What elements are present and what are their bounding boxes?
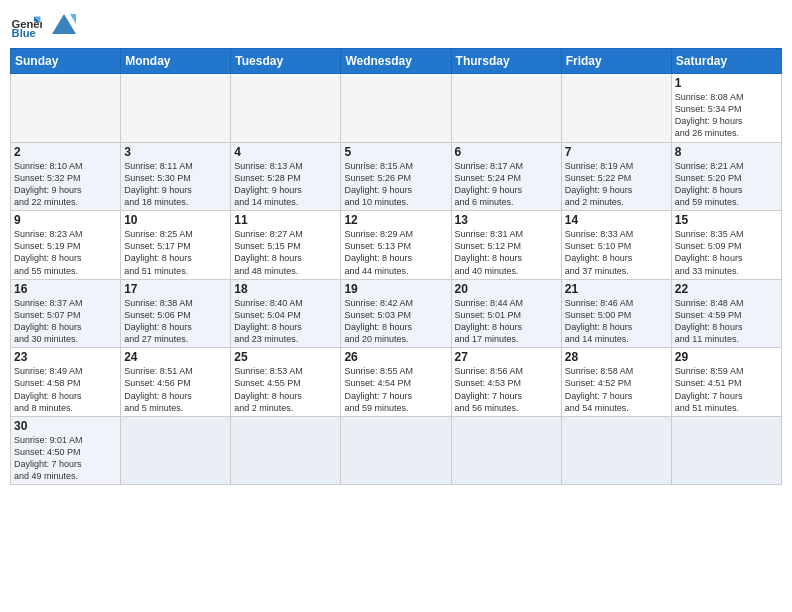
calendar-day-header: Saturday — [671, 49, 781, 74]
day-info: Sunrise: 8:13 AM Sunset: 5:28 PM Dayligh… — [234, 160, 337, 209]
day-number: 1 — [675, 76, 778, 90]
calendar-day-cell: 4Sunrise: 8:13 AM Sunset: 5:28 PM Daylig… — [231, 142, 341, 211]
calendar-day-cell: 7Sunrise: 8:19 AM Sunset: 5:22 PM Daylig… — [561, 142, 671, 211]
calendar-day-cell: 2Sunrise: 8:10 AM Sunset: 5:32 PM Daylig… — [11, 142, 121, 211]
calendar-week-row: 1Sunrise: 8:08 AM Sunset: 5:34 PM Daylig… — [11, 74, 782, 143]
day-number: 9 — [14, 213, 117, 227]
calendar-week-row: 16Sunrise: 8:37 AM Sunset: 5:07 PM Dayli… — [11, 279, 782, 348]
day-number: 22 — [675, 282, 778, 296]
day-info: Sunrise: 8:35 AM Sunset: 5:09 PM Dayligh… — [675, 228, 778, 277]
calendar-day-cell: 16Sunrise: 8:37 AM Sunset: 5:07 PM Dayli… — [11, 279, 121, 348]
calendar-day-cell — [671, 416, 781, 485]
day-info: Sunrise: 8:44 AM Sunset: 5:01 PM Dayligh… — [455, 297, 558, 346]
day-info: Sunrise: 8:48 AM Sunset: 4:59 PM Dayligh… — [675, 297, 778, 346]
day-info: Sunrise: 8:55 AM Sunset: 4:54 PM Dayligh… — [344, 365, 447, 414]
day-number: 11 — [234, 213, 337, 227]
day-number: 17 — [124, 282, 227, 296]
day-number: 4 — [234, 145, 337, 159]
day-info: Sunrise: 8:21 AM Sunset: 5:20 PM Dayligh… — [675, 160, 778, 209]
day-number: 10 — [124, 213, 227, 227]
calendar-day-cell: 15Sunrise: 8:35 AM Sunset: 5:09 PM Dayli… — [671, 211, 781, 280]
day-number: 12 — [344, 213, 447, 227]
calendar-day-cell: 23Sunrise: 8:49 AM Sunset: 4:58 PM Dayli… — [11, 348, 121, 417]
day-number: 16 — [14, 282, 117, 296]
day-number: 3 — [124, 145, 227, 159]
day-info: Sunrise: 8:23 AM Sunset: 5:19 PM Dayligh… — [14, 228, 117, 277]
calendar-day-cell: 19Sunrise: 8:42 AM Sunset: 5:03 PM Dayli… — [341, 279, 451, 348]
day-number: 24 — [124, 350, 227, 364]
day-number: 29 — [675, 350, 778, 364]
day-number: 18 — [234, 282, 337, 296]
day-number: 19 — [344, 282, 447, 296]
calendar-day-cell — [561, 74, 671, 143]
logo-icon: General Blue — [10, 10, 42, 42]
day-info: Sunrise: 8:31 AM Sunset: 5:12 PM Dayligh… — [455, 228, 558, 277]
day-info: Sunrise: 9:01 AM Sunset: 4:50 PM Dayligh… — [14, 434, 117, 483]
day-info: Sunrise: 8:53 AM Sunset: 4:55 PM Dayligh… — [234, 365, 337, 414]
calendar-day-cell: 12Sunrise: 8:29 AM Sunset: 5:13 PM Dayli… — [341, 211, 451, 280]
calendar-day-header: Tuesday — [231, 49, 341, 74]
day-info: Sunrise: 8:11 AM Sunset: 5:30 PM Dayligh… — [124, 160, 227, 209]
calendar-day-cell: 26Sunrise: 8:55 AM Sunset: 4:54 PM Dayli… — [341, 348, 451, 417]
logo: General Blue — [10, 10, 78, 42]
day-info: Sunrise: 8:37 AM Sunset: 5:07 PM Dayligh… — [14, 297, 117, 346]
calendar-day-cell: 10Sunrise: 8:25 AM Sunset: 5:17 PM Dayli… — [121, 211, 231, 280]
calendar-week-row: 9Sunrise: 8:23 AM Sunset: 5:19 PM Daylig… — [11, 211, 782, 280]
calendar-day-header: Friday — [561, 49, 671, 74]
day-number: 26 — [344, 350, 447, 364]
calendar-day-cell: 18Sunrise: 8:40 AM Sunset: 5:04 PM Dayli… — [231, 279, 341, 348]
calendar-day-header: Wednesday — [341, 49, 451, 74]
day-info: Sunrise: 8:49 AM Sunset: 4:58 PM Dayligh… — [14, 365, 117, 414]
calendar-day-header: Sunday — [11, 49, 121, 74]
day-number: 30 — [14, 419, 117, 433]
calendar-day-cell: 28Sunrise: 8:58 AM Sunset: 4:52 PM Dayli… — [561, 348, 671, 417]
calendar-day-cell — [451, 74, 561, 143]
day-info: Sunrise: 8:46 AM Sunset: 5:00 PM Dayligh… — [565, 297, 668, 346]
svg-text:Blue: Blue — [12, 27, 36, 39]
day-number: 27 — [455, 350, 558, 364]
day-number: 23 — [14, 350, 117, 364]
day-info: Sunrise: 8:40 AM Sunset: 5:04 PM Dayligh… — [234, 297, 337, 346]
day-number: 15 — [675, 213, 778, 227]
calendar-day-cell — [231, 74, 341, 143]
calendar-day-cell: 21Sunrise: 8:46 AM Sunset: 5:00 PM Dayli… — [561, 279, 671, 348]
calendar-day-cell: 17Sunrise: 8:38 AM Sunset: 5:06 PM Dayli… — [121, 279, 231, 348]
day-number: 2 — [14, 145, 117, 159]
day-info: Sunrise: 8:56 AM Sunset: 4:53 PM Dayligh… — [455, 365, 558, 414]
calendar-day-cell: 6Sunrise: 8:17 AM Sunset: 5:24 PM Daylig… — [451, 142, 561, 211]
day-info: Sunrise: 8:17 AM Sunset: 5:24 PM Dayligh… — [455, 160, 558, 209]
calendar-day-cell: 27Sunrise: 8:56 AM Sunset: 4:53 PM Dayli… — [451, 348, 561, 417]
calendar-day-cell — [11, 74, 121, 143]
calendar-header-row: SundayMondayTuesdayWednesdayThursdayFrid… — [11, 49, 782, 74]
calendar-week-row: 23Sunrise: 8:49 AM Sunset: 4:58 PM Dayli… — [11, 348, 782, 417]
calendar-day-cell: 25Sunrise: 8:53 AM Sunset: 4:55 PM Dayli… — [231, 348, 341, 417]
day-info: Sunrise: 8:42 AM Sunset: 5:03 PM Dayligh… — [344, 297, 447, 346]
calendar-day-cell — [561, 416, 671, 485]
day-number: 6 — [455, 145, 558, 159]
logo-triangle-icon — [50, 12, 78, 40]
calendar-day-cell — [121, 74, 231, 143]
header: General Blue — [10, 10, 782, 42]
calendar-day-cell: 9Sunrise: 8:23 AM Sunset: 5:19 PM Daylig… — [11, 211, 121, 280]
day-number: 14 — [565, 213, 668, 227]
day-info: Sunrise: 8:27 AM Sunset: 5:15 PM Dayligh… — [234, 228, 337, 277]
day-info: Sunrise: 8:29 AM Sunset: 5:13 PM Dayligh… — [344, 228, 447, 277]
calendar-day-header: Thursday — [451, 49, 561, 74]
calendar-table: SundayMondayTuesdayWednesdayThursdayFrid… — [10, 48, 782, 485]
day-number: 28 — [565, 350, 668, 364]
calendar-page: General Blue SundayMondayTuesdayWednesda… — [0, 0, 792, 612]
day-number: 21 — [565, 282, 668, 296]
day-number: 5 — [344, 145, 447, 159]
calendar-day-cell: 11Sunrise: 8:27 AM Sunset: 5:15 PM Dayli… — [231, 211, 341, 280]
day-number: 7 — [565, 145, 668, 159]
calendar-day-cell: 29Sunrise: 8:59 AM Sunset: 4:51 PM Dayli… — [671, 348, 781, 417]
svg-marker-5 — [70, 14, 76, 24]
calendar-week-row: 2Sunrise: 8:10 AM Sunset: 5:32 PM Daylig… — [11, 142, 782, 211]
day-info: Sunrise: 8:15 AM Sunset: 5:26 PM Dayligh… — [344, 160, 447, 209]
calendar-day-cell: 8Sunrise: 8:21 AM Sunset: 5:20 PM Daylig… — [671, 142, 781, 211]
day-number: 13 — [455, 213, 558, 227]
calendar-day-cell — [451, 416, 561, 485]
calendar-day-cell: 22Sunrise: 8:48 AM Sunset: 4:59 PM Dayli… — [671, 279, 781, 348]
day-number: 25 — [234, 350, 337, 364]
day-info: Sunrise: 8:19 AM Sunset: 5:22 PM Dayligh… — [565, 160, 668, 209]
